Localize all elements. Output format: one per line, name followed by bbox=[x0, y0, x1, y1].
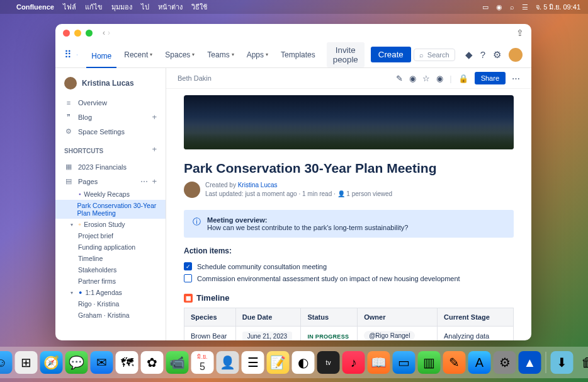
sidebar-pages[interactable]: ▤Pages bbox=[64, 177, 137, 185]
dock-launchpad-icon[interactable]: ⊞ bbox=[15, 351, 38, 374]
dock-pages-icon[interactable]: ✎ bbox=[443, 351, 466, 374]
dock-finder-icon[interactable]: ☺ bbox=[0, 351, 13, 374]
share-button[interactable]: Share bbox=[475, 72, 506, 84]
checkbox-unchecked[interactable] bbox=[184, 274, 192, 282]
dock-freeform-icon[interactable]: ◐ bbox=[292, 351, 315, 374]
app-switcher-icon[interactable]: ⠿ bbox=[64, 49, 72, 61]
close-button[interactable] bbox=[63, 30, 70, 37]
tree-partner-firms[interactable]: Partner firms bbox=[55, 275, 166, 287]
dock-calendar-icon[interactable]: มิ.ย.5 bbox=[191, 351, 214, 374]
spotlight-icon[interactable]: ⌕ bbox=[510, 3, 514, 11]
dock-appstore-icon[interactable]: A bbox=[468, 351, 491, 374]
dock-trash-icon[interactable]: 🗑 bbox=[576, 351, 589, 374]
dock-books-icon[interactable]: 📖 bbox=[368, 351, 390, 374]
star-icon[interactable]: ☆ bbox=[422, 74, 430, 83]
nav-recent[interactable]: Recent▾ bbox=[119, 48, 157, 62]
sidebar-overview[interactable]: ≡Overview bbox=[55, 96, 166, 110]
menubar-item[interactable]: หน้าต่าง bbox=[158, 1, 183, 13]
dock-facetime-icon[interactable]: 📹 bbox=[166, 351, 189, 374]
menubar-item[interactable]: วิธีใช้ bbox=[191, 1, 207, 13]
dock-messages-icon[interactable]: 💬 bbox=[65, 351, 88, 374]
add-page-icon[interactable]: + bbox=[152, 177, 157, 186]
table-header: Due Date bbox=[235, 308, 301, 327]
nav-templates[interactable]: Templates bbox=[276, 48, 320, 62]
maximize-button[interactable] bbox=[86, 30, 93, 37]
menubar-item[interactable]: ไป bbox=[141, 1, 149, 13]
dock-mail-icon[interactable]: ✉ bbox=[91, 351, 113, 374]
dock-notes-icon[interactable]: 📝 bbox=[267, 351, 290, 374]
calendar-icon: ▦ bbox=[184, 294, 193, 303]
pages-more-icon[interactable]: ⋯ bbox=[140, 177, 148, 186]
nav-home[interactable]: Home bbox=[86, 49, 116, 68]
dock-contacts-icon[interactable]: 👤 bbox=[217, 351, 239, 374]
dock-safari-icon[interactable]: 🧭 bbox=[40, 351, 63, 374]
more-actions-icon[interactable]: ⋯ bbox=[512, 74, 520, 83]
tree-graham[interactable]: Graham · Kristina bbox=[55, 310, 166, 321]
info-panel: ⓘ Meeting overview: How can we best cont… bbox=[184, 210, 514, 238]
nav-spaces[interactable]: Spaces▾ bbox=[160, 48, 200, 62]
edit-icon[interactable]: ✎ bbox=[396, 74, 403, 83]
table-row: Brown Bear June 21, 2023 IN PROGRESS @Ri… bbox=[184, 327, 514, 341]
notifications-icon[interactable]: ◆ bbox=[465, 49, 473, 61]
add-blog-icon[interactable]: + bbox=[152, 112, 157, 122]
info-icon: ⓘ bbox=[193, 216, 201, 231]
space-header[interactable]: Kristina Lucas bbox=[55, 74, 166, 96]
nav-teams[interactable]: Teams▾ bbox=[202, 48, 239, 62]
table-header: Owner bbox=[358, 308, 438, 327]
chevron-down-icon[interactable]: ▾ bbox=[71, 222, 76, 228]
invite-people-button[interactable]: Invite people bbox=[327, 42, 365, 67]
create-button[interactable]: Create bbox=[371, 47, 411, 62]
help-icon[interactable]: ? bbox=[480, 49, 485, 60]
dock-photos-icon[interactable]: ✿ bbox=[141, 351, 164, 374]
minimize-button[interactable] bbox=[74, 30, 81, 37]
watch-icon[interactable]: ◉ bbox=[436, 74, 443, 83]
battery-icon[interactable]: ▭ bbox=[482, 3, 489, 11]
back-button[interactable]: ‹ bbox=[103, 28, 105, 37]
dock-tv-icon[interactable]: tv bbox=[317, 351, 340, 374]
menubar-item[interactable]: ไฟล์ bbox=[63, 1, 76, 13]
shortcut-item[interactable]: ▦2023 Financials bbox=[55, 159, 166, 174]
tree-project-brief[interactable]: Project brief bbox=[55, 230, 166, 241]
forward-button[interactable]: › bbox=[108, 28, 110, 37]
dock-settings-icon[interactable]: ⚙ bbox=[494, 351, 516, 374]
search-icon: ⌕ bbox=[419, 51, 424, 59]
tree-timeline[interactable]: Timeline bbox=[55, 253, 166, 264]
add-shortcut-icon[interactable]: + bbox=[152, 144, 157, 154]
dock-app-icon[interactable]: ▲ bbox=[519, 351, 541, 374]
owner-mention[interactable]: @Rigo Rangel bbox=[364, 331, 415, 340]
checkbox-checked[interactable]: ✓ bbox=[184, 262, 192, 270]
menubar-datetime[interactable]: จ. 5 มิ.ย. 09:41 bbox=[536, 1, 580, 13]
dock-downloads-icon[interactable]: ⬇ bbox=[551, 351, 574, 374]
page-toolbar: Beth Dakin ✎ ◉ ☆ ◉ | 🔒 Share ⋯ bbox=[166, 68, 531, 89]
menubar-item[interactable]: มุมมอง bbox=[111, 1, 132, 13]
sidebar-blog[interactable]: ❞Blog bbox=[64, 113, 148, 121]
tree-park-conservation[interactable]: Park Conservation 30-Year Plan Meeting bbox=[55, 200, 166, 219]
settings-icon[interactable]: ⚙ bbox=[493, 49, 501, 61]
tree-erosion-study[interactable]: ▾▫Erosion Study bbox=[55, 219, 166, 230]
author-link[interactable]: Kristina Lucas bbox=[238, 182, 278, 188]
menubar-app[interactable]: Confluence bbox=[16, 3, 54, 11]
dock-music-icon[interactable]: ♪ bbox=[342, 351, 365, 374]
share-icon[interactable]: ⇪ bbox=[516, 28, 524, 38]
control-center-icon[interactable]: ☰ bbox=[522, 3, 528, 11]
tree-agendas[interactable]: ▾●1:1 Agendas bbox=[55, 287, 166, 298]
profile-avatar[interactable] bbox=[509, 48, 523, 62]
nav-apps[interactable]: Apps▾ bbox=[242, 48, 273, 62]
wifi-icon[interactable]: ◉ bbox=[496, 3, 502, 11]
confluence-logo-icon[interactable] bbox=[77, 49, 77, 61]
search-input[interactable]: ⌕ Search bbox=[414, 49, 455, 61]
tree-rigo[interactable]: Rigo · Kristina bbox=[55, 298, 166, 310]
lock-icon[interactable]: 🔒 bbox=[458, 74, 468, 83]
tree-funding[interactable]: Funding application bbox=[55, 241, 166, 253]
dock-numbers-icon[interactable]: ▥ bbox=[418, 351, 441, 374]
comment-icon[interactable]: ◉ bbox=[409, 74, 416, 83]
dock-keynote-icon[interactable]: ▭ bbox=[393, 351, 416, 374]
breadcrumb-author[interactable]: Beth Dakin bbox=[178, 74, 212, 82]
dock-maps-icon[interactable]: 🗺 bbox=[116, 351, 139, 374]
tree-weekly-recaps[interactable]: ▪Weekly Recaps bbox=[55, 188, 166, 200]
chevron-down-icon[interactable]: ▾ bbox=[71, 290, 76, 296]
menubar-item[interactable]: แก้ไข bbox=[85, 1, 103, 13]
tree-stakeholders[interactable]: Stakeholders bbox=[55, 264, 166, 275]
dock-reminders-icon[interactable]: ☰ bbox=[242, 351, 264, 374]
sidebar-space-settings[interactable]: ⚙Space Settings bbox=[55, 124, 166, 139]
